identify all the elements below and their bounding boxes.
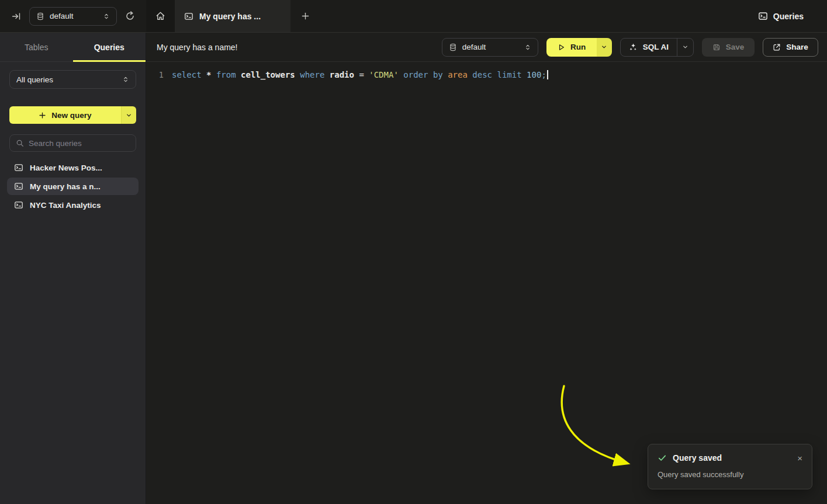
search-icon	[16, 139, 24, 147]
toolbar-database-selector[interactable]: default	[442, 38, 538, 57]
tab-label: My query has ...	[199, 12, 261, 21]
run-dropdown-button[interactable]	[597, 38, 612, 57]
play-icon	[557, 43, 565, 51]
refresh-button[interactable]	[122, 8, 138, 25]
new-query-split-button: New query	[9, 106, 136, 124]
database-icon	[36, 12, 44, 20]
run-button[interactable]: Run	[546, 38, 597, 57]
query-list-item-hacker-news[interactable]: Hacker News Pos...	[7, 159, 139, 176]
sidebar-tab-queries[interactable]: Queries	[73, 33, 146, 61]
toast-message: Query saved successfully	[658, 470, 802, 479]
database-selector[interactable]: default	[29, 7, 117, 26]
new-query-dropdown-button[interactable]	[121, 106, 136, 124]
query-item-label: My query has a n...	[30, 182, 101, 191]
toast-close-button[interactable]: ×	[797, 454, 802, 463]
checkmark-icon	[658, 453, 667, 463]
chevron-down-icon	[126, 112, 132, 119]
code-line: 1 select * from cell_towers where radio …	[146, 68, 827, 81]
sidebar: Tables Queries All queries	[0, 33, 146, 504]
query-item-label: Hacker News Pos...	[30, 164, 102, 172]
save-icon	[712, 43, 721, 51]
database-icon	[449, 43, 457, 51]
app-root: default	[0, 0, 827, 504]
share-button[interactable]: Share	[763, 38, 818, 57]
share-icon	[773, 43, 781, 51]
query-item-label: NYC Taxi Analytics	[30, 201, 101, 210]
updown-chevron-icon	[103, 13, 110, 20]
collapse-sidebar-button[interactable]	[8, 8, 25, 25]
query-list: Hacker News Pos... My query has a n...	[7, 159, 139, 214]
topbar: default	[0, 0, 827, 33]
sidebar-tab-tables-label: Tables	[25, 43, 48, 52]
query-icon	[14, 200, 23, 210]
toast-header: Query saved ×	[658, 453, 802, 463]
query-icon	[14, 182, 23, 191]
new-query-label: New query	[51, 111, 91, 120]
body: Tables Queries All queries	[0, 33, 827, 504]
query-title: My query has a name!	[157, 43, 238, 52]
sql-editor[interactable]: 1 select * from cell_towers where radio …	[146, 62, 827, 504]
query-filter-value: All queries	[16, 75, 53, 84]
save-button[interactable]: Save	[702, 38, 755, 57]
sql-ai-button[interactable]: SQL AI	[621, 39, 677, 56]
toast-title: Query saved	[673, 453, 722, 463]
sql-ai-split-button: SQL AI	[620, 38, 694, 57]
sparkles-icon	[629, 43, 638, 51]
home-button[interactable]	[146, 0, 175, 32]
editor-toolbar: My query has a name! default	[146, 33, 827, 62]
sidebar-tab-tables[interactable]: Tables	[0, 33, 73, 61]
topbar-left: default	[0, 0, 146, 32]
collapse-sidebar-icon	[12, 12, 21, 21]
query-icon	[14, 163, 23, 172]
database-selector-value: default	[50, 12, 98, 20]
updown-chevron-icon	[122, 76, 129, 83]
query-list-item-my-query[interactable]: My query has a n...	[7, 178, 139, 195]
refresh-icon	[125, 11, 135, 21]
run-split-button: Run	[546, 38, 612, 57]
toast-query-saved: Query saved × Query saved successfully	[648, 444, 812, 489]
sql-ai-dropdown-button[interactable]	[677, 39, 693, 56]
updown-chevron-icon	[524, 44, 531, 51]
queries-indicator[interactable]: Queries	[758, 0, 827, 32]
sql-ai-label: SQL AI	[643, 43, 669, 51]
new-query-button[interactable]: New query	[9, 106, 121, 124]
main-panel: My query has a name! default	[146, 33, 827, 504]
save-label: Save	[726, 43, 745, 51]
toolbar-database-value: default	[462, 43, 519, 51]
run-label: Run	[570, 43, 586, 51]
plus-icon	[301, 12, 310, 20]
new-tab-button[interactable]	[290, 0, 320, 32]
topbar-spacer	[320, 0, 758, 32]
tab-strip: My query has ...	[146, 0, 320, 32]
line-number: 1	[153, 70, 164, 79]
chevron-down-icon	[682, 44, 688, 50]
sidebar-tabs: Tables Queries	[0, 33, 146, 62]
share-label: Share	[786, 43, 808, 51]
chevron-down-icon	[601, 44, 607, 50]
queries-label: Queries	[773, 12, 804, 21]
query-list-item-nyc-taxi[interactable]: NYC Taxi Analytics	[7, 196, 139, 214]
search-box	[9, 134, 136, 152]
tab-my-query[interactable]: My query has ...	[175, 0, 290, 32]
sql-code: select * from cell_towers where radio = …	[172, 70, 546, 79]
query-tab-icon	[184, 12, 193, 21]
queries-icon	[758, 11, 768, 21]
search-queries-input[interactable]	[29, 139, 130, 148]
sidebar-content: All queries New query	[0, 62, 146, 222]
plus-icon	[39, 112, 46, 119]
home-icon	[155, 11, 165, 21]
query-filter-select[interactable]: All queries	[9, 70, 136, 89]
text-cursor	[547, 70, 548, 79]
sidebar-tab-queries-label: Queries	[94, 43, 124, 52]
